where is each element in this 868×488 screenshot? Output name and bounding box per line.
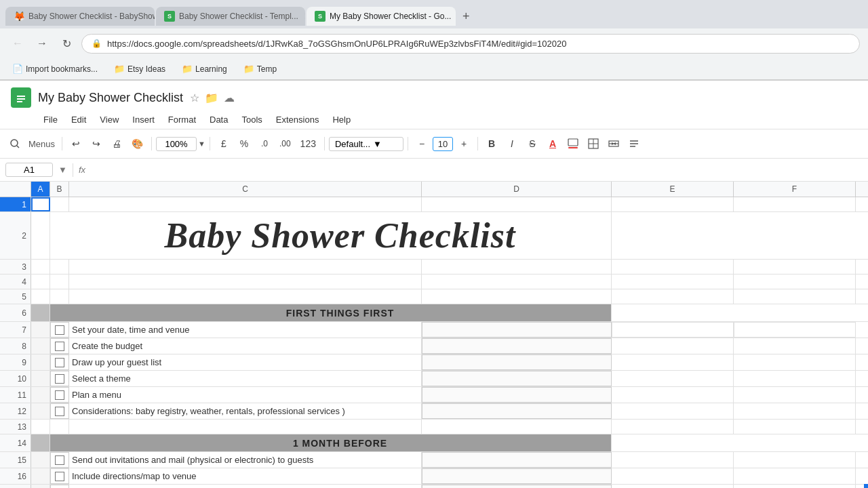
tab-2-close[interactable]: ✕ [304,11,305,22]
cell-e3[interactable] [612,260,734,274]
menu-help[interactable]: Help [327,112,356,127]
strikethrough-button[interactable]: S [523,134,542,153]
cell-f1[interactable] [734,197,856,211]
redo-button[interactable]: ↪ [87,134,106,153]
formula-dropdown[interactable]: ▼ [58,165,67,175]
col-header-b[interactable]: B [50,182,69,197]
cell-b7-checkbox[interactable] [50,322,69,338]
cell-b10-checkbox[interactable] [50,371,69,386]
cell-f11[interactable] [734,387,856,403]
cell-c17[interactable]: Include gift registry information [69,485,422,488]
cell-e16[interactable] [612,468,734,484]
cell-c14-header[interactable]: 1 MONTH BEFORE [69,434,612,451]
cell-f15[interactable] [734,452,856,468]
cell-a14[interactable] [31,434,50,451]
cell-c10[interactable]: Select a theme [69,371,422,386]
checkbox-12[interactable] [55,407,64,416]
checkbox-7[interactable] [55,325,64,335]
font-size-increase[interactable]: + [454,134,473,153]
fill-color-button[interactable] [564,134,583,153]
align-button[interactable] [625,134,644,153]
format-123-button[interactable]: 123 [296,134,320,153]
cell-b3[interactable] [50,260,69,274]
cell-b14[interactable] [50,434,69,451]
cell-b17-checkbox[interactable] [50,485,69,488]
merge-cells-button[interactable] [604,134,623,153]
col-header-f[interactable]: F [734,182,856,197]
cell-d10[interactable] [422,371,612,386]
cell-d13[interactable] [422,420,612,434]
font-size-decrease[interactable]: − [412,134,431,153]
bold-button[interactable]: B [482,134,501,153]
star-icon[interactable]: ☆ [190,92,199,104]
menu-tools[interactable]: Tools [236,112,267,127]
cell-e10[interactable] [612,371,734,386]
cell-e1[interactable] [612,197,734,211]
search-menus-button[interactable] [5,134,24,153]
cell-e5[interactable] [612,289,734,304]
cell-e11[interactable] [612,387,734,403]
cell-e8[interactable] [612,338,734,354]
cell-b13[interactable] [50,420,69,434]
cell-b16-checkbox[interactable] [50,468,69,484]
cell-a17[interactable] [31,485,50,488]
cell-c3[interactable] [69,260,422,274]
menu-extensions[interactable]: Extensions [271,112,325,127]
col-header-a[interactable]: A [31,182,50,197]
cell-d4[interactable] [422,274,612,289]
menu-data[interactable]: Data [204,112,233,127]
borders-button[interactable] [584,134,603,153]
menu-edit[interactable]: Edit [66,112,92,127]
cell-f4[interactable] [734,274,856,289]
cloud-icon[interactable]: ☁ [224,92,235,104]
decimal-inc-button[interactable]: .00 [275,134,295,153]
zoom-dropdown-arrow[interactable]: ▼ [198,140,205,148]
cell-d5[interactable] [422,289,612,304]
tab-1[interactable]: 🦊 Baby Shower Checklist - BabyShow... ✕ [5,7,155,26]
bookmark-learning[interactable]: 📁 Learning [178,62,231,75]
tab-2[interactable]: S Baby Shower Checklist - Templ... ✕ [156,7,305,26]
currency-button[interactable]: £ [214,134,233,153]
cell-a1[interactable] [31,197,50,211]
cell-c2-title[interactable]: Baby Shower Checklist [69,212,612,259]
cell-d9[interactable] [422,354,612,370]
cell-c13[interactable] [69,420,422,434]
cell-d1[interactable] [422,197,612,211]
cell-b8-checkbox[interactable] [50,338,69,354]
col-header-c[interactable]: C [69,182,422,197]
cell-c8[interactable]: Create the budget [69,338,422,354]
cell-b1[interactable] [50,197,69,211]
cell-c12[interactable]: Considerations: baby registry, weather, … [69,403,422,419]
cell-f3[interactable] [734,260,856,274]
cell-a3[interactable] [31,260,50,274]
decimal-dec-button[interactable]: .0 [255,134,274,153]
cell-f5[interactable] [734,289,856,304]
cell-e4[interactable] [612,274,734,289]
cell-d7[interactable] [422,322,612,338]
address-bar[interactable]: 🔒 https://docs.google.com/spreadsheets/d… [81,34,860,54]
cell-c11[interactable]: Plan a menu [69,387,422,403]
cell-b11-checkbox[interactable] [50,387,69,403]
cell-a6[interactable] [31,304,50,321]
reload-button[interactable]: ↻ [57,34,76,53]
cell-e7[interactable] [612,322,734,338]
cell-d17[interactable] [422,485,612,488]
cell-b6[interactable] [50,304,69,321]
font-size-display[interactable]: 10 [433,137,453,151]
cell-f7[interactable] [734,322,856,338]
cell-a10[interactable] [31,371,50,386]
cell-b12-checkbox[interactable] [50,403,69,419]
print-button[interactable]: 🖨 [107,134,126,153]
cell-d16[interactable] [422,468,612,484]
undo-button[interactable]: ↩ [66,134,85,153]
cell-a5[interactable] [31,289,50,304]
cell-f13[interactable] [734,420,856,434]
cell-c9[interactable]: Draw up your guest list [69,354,422,370]
menu-format[interactable]: Format [163,112,201,127]
italic-button[interactable]: I [502,134,521,153]
cell-a9[interactable] [31,354,50,370]
cell-d11[interactable] [422,387,612,403]
folder-icon[interactable]: 📁 [205,92,218,104]
cell-a13[interactable] [31,420,50,434]
bookmark-import[interactable]: 📄 Import bookmarks... [8,62,102,75]
